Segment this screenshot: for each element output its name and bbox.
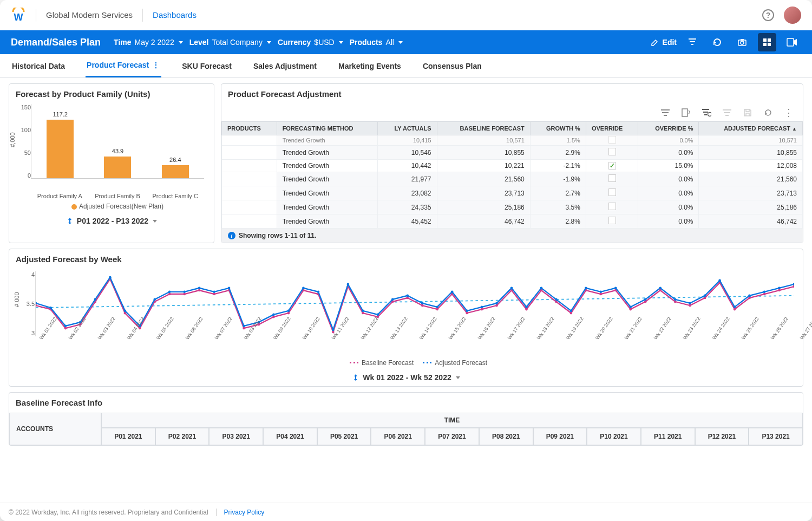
svg-point-100 xyxy=(570,310,573,312)
period-header[interactable]: P08 2021 xyxy=(479,428,533,445)
tab-consensus-plan[interactable]: Consensus Plan xyxy=(422,54,483,77)
svg-point-65 xyxy=(49,307,52,309)
topbar: W Global Modern Services Dashboards ? xyxy=(0,0,812,30)
period-header[interactable]: P05 2021 xyxy=(317,428,371,445)
workday-logo-icon[interactable]: W xyxy=(11,8,26,23)
svg-point-98 xyxy=(540,286,543,289)
camera-icon[interactable] xyxy=(733,33,751,51)
svg-point-80 xyxy=(272,314,275,316)
period-header[interactable]: P07 2021 xyxy=(425,428,479,445)
svg-point-24 xyxy=(213,293,215,296)
y-axis-label: #,000 xyxy=(9,132,16,147)
svg-point-83 xyxy=(317,290,320,293)
svg-point-37 xyxy=(406,297,409,299)
svg-point-105 xyxy=(644,298,647,301)
svg-point-57 xyxy=(704,297,706,299)
period-header[interactable]: P09 2021 xyxy=(533,428,587,445)
svg-point-23 xyxy=(198,289,201,292)
svg-point-41 xyxy=(466,312,468,315)
period-header[interactable]: P12 2021 xyxy=(695,428,749,445)
svg-point-104 xyxy=(629,306,632,309)
svg-point-26 xyxy=(243,327,245,330)
period-header[interactable]: P04 2021 xyxy=(263,428,317,445)
svg-point-42 xyxy=(481,308,483,311)
period-header[interactable]: P02 2021 xyxy=(155,428,209,445)
svg-point-97 xyxy=(525,306,528,309)
svg-point-50 xyxy=(600,293,603,296)
svg-point-89 xyxy=(406,294,409,297)
svg-point-110 xyxy=(718,279,721,282)
svg-point-70 xyxy=(123,310,126,312)
svg-point-95 xyxy=(495,302,498,305)
period-header[interactable]: P10 2021 xyxy=(587,428,641,445)
reload-icon[interactable] xyxy=(763,107,774,118)
filter-settings-icon[interactable] xyxy=(701,107,712,118)
bar-legend: Adjusted Forecast(New Plan) xyxy=(31,203,204,210)
save-icon[interactable] xyxy=(742,107,753,118)
table-status: iShowing rows 1-11 of 11. xyxy=(221,229,803,243)
more-icon[interactable]: ⋮ xyxy=(783,107,794,118)
filter-level[interactable]: LevelTotal Company xyxy=(189,38,271,47)
present-icon[interactable] xyxy=(783,33,801,51)
dashboards-link[interactable]: Dashboards xyxy=(153,10,197,19)
svg-point-91 xyxy=(436,306,438,309)
card-title: Product Forecast Adjustment xyxy=(221,84,803,104)
svg-point-22 xyxy=(183,293,186,296)
period-header[interactable]: P06 2021 xyxy=(371,428,425,445)
svg-point-39 xyxy=(436,308,438,311)
accounts-header: ACCOUNTS xyxy=(9,413,101,445)
tab-product-forecast[interactable]: Product Forecast⋮ xyxy=(86,54,161,77)
tab-more-icon[interactable]: ⋮ xyxy=(152,61,160,69)
period-range-selector[interactable]: P01 2022 - P13 2022 xyxy=(9,212,214,230)
tab-sales-adjustment[interactable]: Sales Adjustment xyxy=(252,54,318,77)
adjustment-table[interactable]: PRODUCTSFORECASTING METHODLY ACTUALSBASE… xyxy=(221,121,803,229)
svg-point-45 xyxy=(525,308,528,311)
edit-button[interactable]: Edit xyxy=(651,38,677,47)
svg-point-85 xyxy=(347,283,350,285)
svg-point-75 xyxy=(198,286,201,289)
baseline-table[interactable]: ACCOUNTS TIME P01 2021P02 2021P03 2021P0… xyxy=(9,413,803,445)
time-header: TIME xyxy=(101,413,803,428)
svg-rect-9 xyxy=(682,109,687,116)
svg-point-14 xyxy=(64,327,67,330)
svg-rect-5 xyxy=(768,38,771,42)
help-icon[interactable]: ? xyxy=(762,9,774,21)
table-config-icon[interactable] xyxy=(680,107,691,118)
tab-marketing-events[interactable]: Marketing Events xyxy=(337,54,402,77)
period-header[interactable]: P03 2021 xyxy=(209,428,263,445)
svg-rect-3 xyxy=(741,39,744,41)
tab-historical-data[interactable]: Historical Data xyxy=(11,54,66,77)
bar-chart: 150100500 117.243.926.4 xyxy=(31,104,204,191)
period-header[interactable]: P13 2021 xyxy=(749,428,803,445)
svg-point-59 xyxy=(734,308,736,311)
sort-icon[interactable] xyxy=(660,107,671,118)
grid-view-icon[interactable] xyxy=(758,33,776,51)
filter-products[interactable]: ProductsAll xyxy=(350,38,403,47)
svg-point-111 xyxy=(734,306,736,309)
card-forecast-adjustment: Product Forecast Adjustment ⋮ PRODUCTSFO… xyxy=(221,83,803,243)
tab-sku-forecast[interactable]: SKU Forecast xyxy=(181,54,233,77)
svg-point-74 xyxy=(183,290,186,293)
user-avatar[interactable] xyxy=(784,6,801,24)
svg-point-107 xyxy=(674,298,677,301)
svg-point-34 xyxy=(362,312,364,315)
info-icon: i xyxy=(228,232,235,239)
svg-point-113 xyxy=(763,290,766,293)
filter-time[interactable]: TimeMay 2 2022 xyxy=(114,38,183,47)
svg-point-55 xyxy=(674,301,677,303)
week-range-selector[interactable]: Wk 01 2022 - Wk 52 2022 xyxy=(9,369,803,386)
svg-rect-4 xyxy=(763,38,767,42)
period-header[interactable]: P11 2021 xyxy=(641,428,695,445)
svg-point-29 xyxy=(287,312,290,315)
page-toolbar: Demand/Sales Plan TimeMay 2 2022 LevelTo… xyxy=(0,30,812,54)
refresh-icon[interactable] xyxy=(708,33,726,51)
privacy-link[interactable]: Privacy Policy xyxy=(224,509,265,516)
copyright: © 2022 Workday, Inc. All rights reserved… xyxy=(9,509,208,516)
period-header[interactable]: P01 2021 xyxy=(101,428,155,445)
filter-currency[interactable]: Currency$USD xyxy=(278,38,343,47)
svg-point-77 xyxy=(228,286,231,289)
svg-point-106 xyxy=(659,286,662,289)
svg-point-114 xyxy=(778,286,781,289)
filter-icon[interactable] xyxy=(683,33,702,51)
svg-rect-7 xyxy=(768,43,771,46)
